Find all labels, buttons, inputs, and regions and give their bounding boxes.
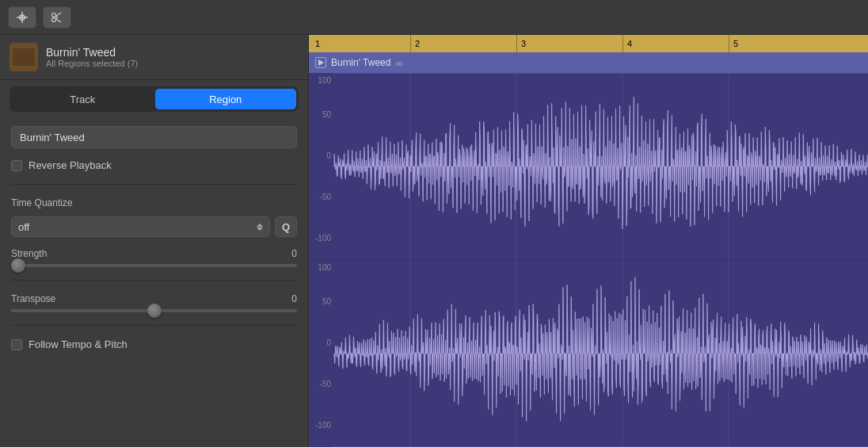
- region-play-button[interactable]: [315, 57, 326, 68]
- strength-slider-track[interactable]: [11, 264, 297, 267]
- tab-track[interactable]: Track: [12, 89, 154, 109]
- strength-header: Strength 0: [11, 248, 297, 259]
- ruler-line-4: [622, 35, 623, 52]
- waveform-container[interactable]: [309, 73, 868, 447]
- reverse-playback-label: Reverse Playback: [29, 159, 112, 171]
- tab-switcher: Track Region: [10, 86, 299, 112]
- reverse-playback-row: Reverse Playback: [11, 159, 297, 171]
- transpose-slider-thumb[interactable]: [147, 304, 162, 318]
- transpose-label: Transpose: [11, 293, 55, 304]
- time-quantize-label: Time Quantize: [11, 197, 297, 208]
- main-layout: Burnin' Tweed All Regions selected (7) T…: [0, 35, 868, 447]
- strength-slider-thumb[interactable]: [11, 258, 25, 273]
- crosshairs-button[interactable]: [8, 6, 36, 29]
- divider-2: [11, 280, 297, 281]
- quantize-row: off Q: [11, 216, 297, 237]
- strength-value: 0: [291, 248, 297, 259]
- follow-tempo-label: Follow Tempo & Pitch: [29, 338, 128, 350]
- strength-label: Strength: [11, 248, 47, 259]
- track-icon-inner: [13, 48, 35, 66]
- transpose-section: Transpose 0: [11, 293, 297, 312]
- right-panel: 1 2 3 4 5 Burnin' Tweed ∞: [309, 35, 868, 447]
- transpose-slider-track[interactable]: [11, 309, 297, 312]
- svg-point-3: [52, 13, 56, 17]
- divider-1: [11, 184, 297, 185]
- ruler-marker-3: 3: [521, 39, 526, 48]
- inspector: Burnin' Tweed Reverse Playback Time Quan…: [0, 118, 308, 447]
- svg-line-8: [55, 17, 58, 19]
- ruler-line-2: [410, 35, 411, 52]
- follow-tempo-checkbox[interactable]: [11, 339, 22, 350]
- ruler-marker-5: 5: [733, 39, 738, 48]
- track-info: Burnin' Tweed All Regions selected (7): [46, 46, 138, 68]
- track-name: Burnin' Tweed: [46, 46, 138, 59]
- follow-tempo-row: Follow Tempo & Pitch: [11, 338, 297, 350]
- quantize-value: off: [18, 221, 29, 233]
- transpose-header: Transpose 0: [11, 293, 297, 304]
- svg-point-4: [52, 17, 56, 21]
- region-name-field[interactable]: Burnin' Tweed: [11, 126, 297, 148]
- timeline-ruler: 1 2 3 4 5: [309, 35, 868, 52]
- divider-3: [11, 325, 297, 326]
- svg-line-6: [55, 18, 61, 21]
- region-title: Burnin' Tweed: [331, 57, 390, 68]
- top-bar: [0, 0, 868, 35]
- quantize-select[interactable]: off: [11, 216, 270, 237]
- arrow-down-icon: [257, 227, 263, 231]
- play-icon: [318, 59, 324, 66]
- track-sub: All Regions selected (7): [46, 59, 138, 68]
- region-header: Burnin' Tweed ∞: [309, 52, 868, 73]
- q-button[interactable]: Q: [275, 216, 297, 237]
- arrow-up-icon: [257, 224, 263, 227]
- ruler-line-3: [516, 35, 517, 52]
- ruler-line-5: [729, 35, 729, 52]
- time-quantize-section: Time Quantize off Q: [11, 197, 297, 237]
- ruler-marker-4: 4: [627, 39, 632, 48]
- track-icon: [10, 43, 38, 71]
- quantize-arrows: [257, 224, 263, 231]
- waveform-canvas: [309, 73, 868, 447]
- strength-section: Strength 0: [11, 248, 297, 267]
- loop-icon: ∞: [395, 57, 402, 69]
- left-panel: Burnin' Tweed All Regions selected (7) T…: [0, 35, 309, 447]
- transpose-value: 0: [291, 293, 297, 304]
- svg-line-5: [55, 13, 61, 16]
- tab-region[interactable]: Region: [155, 89, 297, 109]
- reverse-playback-checkbox[interactable]: [11, 160, 22, 171]
- track-header: Burnin' Tweed All Regions selected (7): [0, 35, 308, 80]
- ruler-marker-1: 1: [315, 39, 320, 48]
- ruler-marker-2: 2: [415, 39, 420, 48]
- scissors-button[interactable]: [43, 6, 71, 29]
- region-name-value: Burnin' Tweed: [20, 132, 85, 143]
